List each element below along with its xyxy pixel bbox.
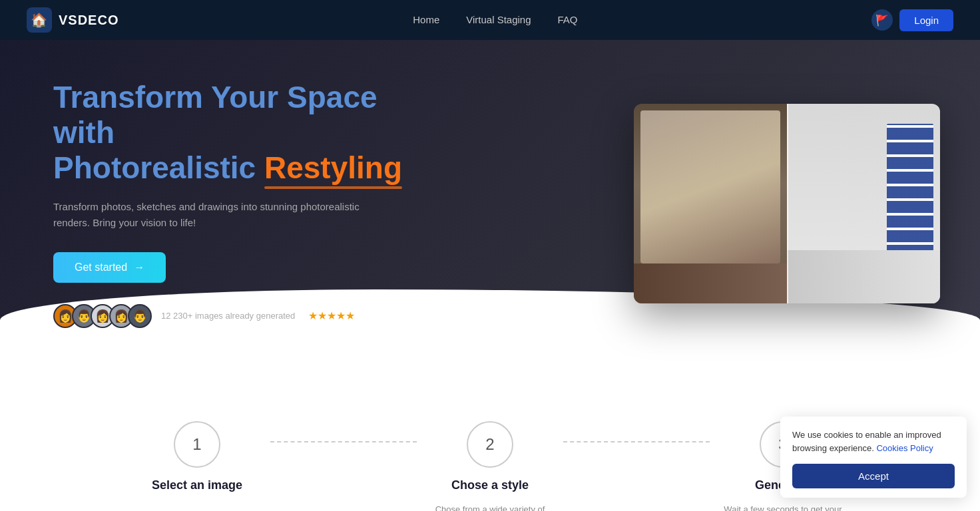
accept-cookies-button[interactable]: Accept [792,464,955,488]
after-room-image [787,104,940,303]
hero-title-line1: Transform Your Space with [53,80,377,150]
nav-home[interactable]: Home [413,14,439,25]
navbar: 🏠 VSDECO Home Virtual Staging FAQ 🚩 Logi… [0,0,980,40]
step-connector-2 [563,421,710,442]
star-rating: ★★★★★ [308,309,355,322]
step-1-title: Select an image [152,478,242,492]
arrow-icon: → [134,261,144,273]
cookie-banner: We use cookies to enable an improved bro… [780,417,967,498]
hero-content: Transform Your Space with Photorealistic… [0,40,466,368]
connector-line-1 [270,441,417,442]
step-2: 2 Chose a style Chose from a wide variet… [417,421,563,511]
hero-subtitle: Transform photos, sketches and drawings … [53,199,373,231]
nav-links: Home Virtual Staging FAQ [413,14,577,26]
steps-container: 1 Select an image 2 Chose a style Chose … [124,421,856,511]
hero-title-highlight: Restyling [264,150,402,185]
step-1-circle: 1 [174,421,220,468]
hero-title: Transform Your Space with Photorealistic… [53,80,413,186]
image-divider [787,104,788,303]
brand-name: VSDECO [59,13,119,28]
before-room-image [634,104,787,303]
get-started-button[interactable]: Get started → [53,252,166,283]
step-2-number: 2 [485,435,494,454]
step-2-circle: 2 [467,421,513,468]
get-started-label: Get started [75,261,127,273]
brand-icon: 🏠 [27,7,52,33]
step-2-title: Chose a style [451,478,529,492]
login-button[interactable]: Login [899,9,953,31]
hero-section: Transform Your Space with Photorealistic… [0,40,980,368]
step-1: 1 Select an image [124,421,270,492]
avatar-5: 👨 [128,304,152,328]
nav-faq[interactable]: FAQ [558,14,578,25]
step-2-desc: Chose from a wide variety of design styl… [423,503,557,511]
hero-image [634,104,940,303]
step-3-desc: Wait a few seconds to get your result [716,503,850,511]
avatar-group: 👩 👨 👩 👩 👨 [53,304,152,328]
navbar-right: 🚩 Login [871,9,953,31]
proof-text: 12 230+ images already generated [161,311,295,321]
nav-virtual-staging[interactable]: Virtual Staging [466,14,531,25]
cookies-policy-link[interactable]: Cookies Policy [876,443,933,453]
hero-title-line2-prefix: Photorealistic [53,150,264,185]
step-connector-1 [270,421,417,442]
step-1-number: 1 [192,435,201,454]
cookie-text: We use cookies to enable an improved bro… [792,428,955,454]
brand-logo[interactable]: 🏠 VSDECO [27,7,119,33]
social-proof: 👩 👨 👩 👩 👨 12 230+ images already generat… [53,304,413,328]
connector-line-2 [563,441,710,442]
flag-icon[interactable]: 🚩 [871,9,893,31]
